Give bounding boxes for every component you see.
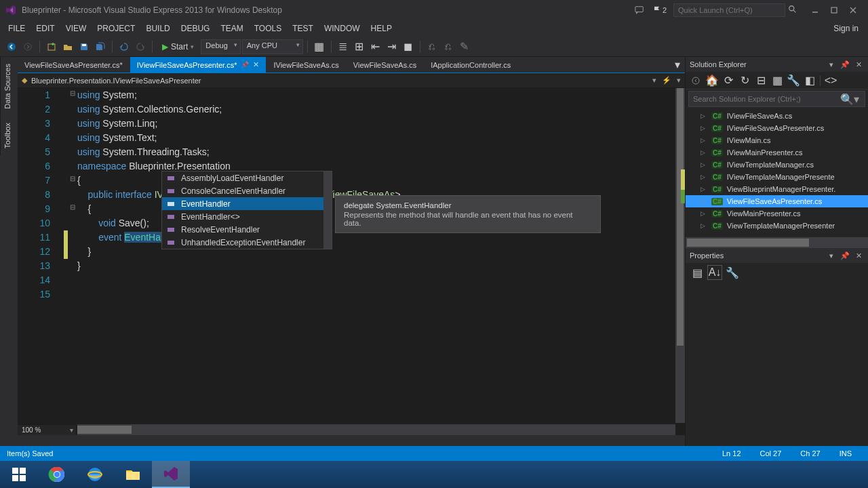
expand-icon[interactable]: ▷ [701,113,707,119]
nav-dd-2[interactable]: ▾ [677,76,681,85]
solution-hscrollbar[interactable] [686,237,868,248]
menu-debug[interactable]: DEBUG [176,22,216,35]
expand-icon[interactable]: ▷ [701,198,707,205]
solution-search[interactable]: 🔍 ▾ [688,91,865,107]
feedback-icon[interactable] [634,5,646,16]
start-debug-button[interactable]: ▶ Start ▾ [157,39,199,54]
panel-menu-icon[interactable]: ▾ [826,250,837,261]
solution-item[interactable]: ▷C#IViewFileSaveAsPresenter.cs [686,122,868,134]
panel-pin-icon[interactable]: 📌 [840,59,850,70]
sol-home-icon[interactable]: 🏠 [705,73,719,88]
tb-icon-5[interactable]: ⇥ [384,39,399,54]
sol-showall-icon[interactable]: ▦ [770,73,785,88]
open-button[interactable] [60,39,75,54]
config-dropdown[interactable]: Debug [201,39,240,54]
intellisense-item[interactable]: UnhandledExceptionEventHandler [162,236,332,249]
fold-icon[interactable]: ⊟ [69,203,76,211]
solution-item[interactable]: ▷C#ViewFileSaveAsPresenter.cs [686,195,868,207]
menu-edit[interactable]: EDIT [31,22,60,35]
solution-search-input[interactable] [689,94,840,104]
notifications-flag[interactable]: 2 [653,5,667,15]
menu-view[interactable]: VIEW [60,22,92,35]
platform-dropdown[interactable]: Any CPU [242,39,303,54]
solution-item[interactable]: ▷C#IViewTemplateManager.cs [686,159,868,171]
menu-project[interactable]: PROJECT [92,22,140,35]
expand-icon[interactable]: ▷ [701,222,707,229]
sol-code-icon[interactable]: <> [823,73,838,88]
panel-close-icon[interactable]: ✕ [853,250,864,261]
task-ie[interactable] [76,461,114,488]
nav-fwd-button[interactable] [20,39,35,54]
undo-button[interactable] [117,39,132,54]
sol-collapse-icon[interactable]: ⊟ [753,73,768,88]
solution-tree[interactable]: ▷C#IViewFileSaveAs.cs▷C#IViewFileSaveAsP… [686,108,868,237]
pin-icon[interactable]: 📌 [241,61,249,68]
menu-tools[interactable]: TOOLS [249,22,287,35]
new-project-button[interactable] [44,39,59,54]
solution-item[interactable]: ▷C#ViewMainPresenter.cs [686,207,868,220]
tb-icon-1[interactable]: ▦ [312,39,327,54]
zoom-dropdown[interactable]: 100 % [18,424,76,435]
doc-tab-4[interactable]: IApplicationController.cs [424,57,518,73]
tb-icon-4[interactable]: ⇤ [368,39,383,54]
task-explorer[interactable] [114,461,152,488]
redo-button[interactable] [133,39,148,54]
panel-menu-icon[interactable]: ▾ [826,59,837,70]
expand-icon[interactable]: ▷ [701,149,707,156]
sol-refresh-icon[interactable]: ↻ [737,73,752,88]
rail-toolbox[interactable]: Toolbox [0,116,14,155]
fold-icon[interactable]: ⊟ [69,175,76,182]
tb-icon-8[interactable]: ⎌ [441,39,456,54]
code-content[interactable]: using System;using System.Collections.Ge… [77,88,675,423]
minimize-button[interactable] [806,3,825,17]
close-tab-icon[interactable]: ✕ [253,60,259,69]
tb-icon-7[interactable]: ⎌ [425,39,439,54]
doc-tab-0[interactable]: ViewFileSaveAsPresenter.cs* [18,57,130,73]
intellisense-scrollbar[interactable] [323,171,332,249]
tabs-overflow-button[interactable]: ▾ [670,57,685,73]
intellisense-item[interactable]: AssemblyLoadEventHandler [162,171,332,184]
sol-back-icon[interactable] [688,73,703,88]
menu-test[interactable]: TEST [287,22,319,35]
nav-dd-1[interactable]: ▾ [652,76,656,85]
start-button[interactable] [0,461,38,488]
intellisense-item[interactable]: EventHandler [162,197,332,210]
tb-icon-9[interactable]: ✎ [457,39,472,54]
task-chrome[interactable] [38,461,76,488]
tb-icon-2[interactable]: ≣ [336,39,351,54]
fold-icon[interactable]: ⊟ [69,89,76,97]
nav-back-button[interactable] [4,39,19,54]
menu-build[interactable]: BUILD [140,22,175,35]
intellisense-item[interactable]: ConsoleCancelEventHandler [162,184,332,197]
lightning-icon[interactable]: ⚡ [662,76,671,85]
properties-grid[interactable] [686,282,868,446]
doc-tab-1[interactable]: IViewFileSaveAsPresenter.cs* 📌 ✕ [130,57,267,73]
intellisense-item[interactable]: ResolveEventHandler [162,223,332,236]
expand-icon[interactable]: ▷ [701,186,707,192]
solution-item[interactable]: ▷C#ViewBlueprintManagerPresenter. [686,183,868,195]
sol-preview-icon[interactable]: ◧ [802,73,817,88]
tb-icon-3[interactable]: ⊞ [352,39,367,54]
search-icon[interactable]: 🔍 [840,93,854,106]
quick-launch-input[interactable] [673,3,785,17]
save-all-button[interactable] [93,39,108,54]
solution-item[interactable]: ▷C#IViewFileSaveAs.cs [686,110,868,122]
namespace-dropdown[interactable]: Blueprinter.Presentation.IViewFileSaveAs… [31,77,201,85]
solution-item[interactable]: ▷C#ViewTemplateManagerPresenter [686,220,868,232]
save-button[interactable] [77,39,92,54]
menu-file[interactable]: FILE [3,22,31,35]
menu-team[interactable]: TEAM [215,22,248,35]
doc-tab-2[interactable]: IViewFileSaveAs.cs [267,57,346,73]
maximize-button[interactable] [825,3,844,17]
expand-icon[interactable]: ▷ [701,161,707,168]
expand-icon[interactable]: ▷ [701,174,707,180]
close-button[interactable] [844,3,863,17]
expand-icon[interactable]: ▷ [701,210,707,217]
sol-properties-icon[interactable]: 🔧 [786,73,801,88]
search-dd-icon[interactable]: ▾ [854,93,865,106]
prop-categorized-icon[interactable]: ▤ [690,265,705,280]
search-icon[interactable] [788,5,799,16]
sign-in-link[interactable]: Sign in [827,22,865,35]
task-vs[interactable] [152,461,190,488]
panel-close-icon[interactable]: ✕ [853,59,864,70]
